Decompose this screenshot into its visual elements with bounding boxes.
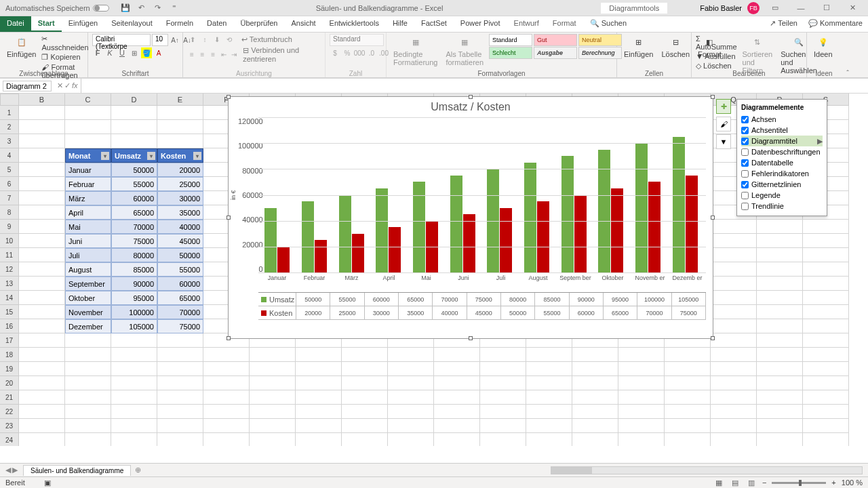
cell[interactable]: Dezember bbox=[65, 319, 111, 333]
cell[interactable] bbox=[803, 433, 849, 446]
cell[interactable] bbox=[65, 348, 111, 362]
cell[interactable] bbox=[757, 319, 803, 333]
row-header[interactable]: 23 bbox=[0, 419, 19, 433]
horizontal-scrollbar[interactable] bbox=[551, 466, 863, 474]
tab-file[interactable]: Datei bbox=[0, 16, 31, 32]
fill-color-button[interactable]: 🪣 bbox=[141, 47, 152, 58]
cell[interactable] bbox=[296, 405, 342, 419]
cell[interactable] bbox=[618, 419, 665, 433]
cell[interactable]: Monat bbox=[65, 148, 111, 163]
cell[interactable] bbox=[803, 319, 849, 333]
row-header[interactable]: 22 bbox=[0, 405, 19, 419]
cell[interactable] bbox=[388, 376, 434, 390]
cell[interactable] bbox=[803, 405, 849, 419]
cell[interactable] bbox=[711, 319, 757, 333]
bar[interactable] bbox=[561, 156, 574, 272]
cell[interactable] bbox=[803, 248, 849, 262]
cell[interactable]: 80000 bbox=[111, 248, 157, 262]
bar[interactable] bbox=[315, 240, 327, 272]
style-calc[interactable]: Berechnung bbox=[578, 47, 622, 59]
cell[interactable]: Umsatz bbox=[111, 148, 157, 163]
cell[interactable] bbox=[19, 433, 65, 446]
row-header[interactable]: 8 bbox=[0, 205, 19, 220]
cell[interactable]: 90000 bbox=[111, 277, 157, 291]
cell[interactable] bbox=[203, 362, 250, 376]
comments-button[interactable]: 💬 Kommentare bbox=[803, 16, 868, 32]
cell[interactable] bbox=[803, 305, 849, 319]
resize-handle-n[interactable] bbox=[469, 95, 473, 99]
cell[interactable] bbox=[526, 433, 572, 446]
resize-handle-s[interactable] bbox=[469, 336, 473, 340]
cell[interactable] bbox=[19, 106, 65, 120]
bar[interactable] bbox=[352, 234, 364, 272]
cell[interactable] bbox=[434, 419, 480, 433]
cell[interactable] bbox=[111, 433, 157, 446]
cell[interactable] bbox=[342, 348, 388, 362]
chart-filters-button[interactable]: ▼ bbox=[716, 134, 731, 149]
cell[interactable] bbox=[342, 376, 388, 390]
cell[interactable] bbox=[19, 120, 65, 134]
cell[interactable] bbox=[65, 405, 111, 419]
row-header[interactable]: 21 bbox=[0, 390, 19, 405]
cell[interactable] bbox=[19, 134, 65, 148]
cell[interactable] bbox=[434, 433, 480, 446]
cell[interactable]: 35000 bbox=[157, 205, 203, 220]
cell[interactable] bbox=[803, 333, 849, 348]
bar[interactable] bbox=[635, 143, 648, 272]
chart-styles-button[interactable]: 🖌 bbox=[716, 117, 731, 131]
tab-search[interactable]: 🔍 Suchen bbox=[583, 16, 633, 32]
paste-button[interactable]: 📋Einfügen bbox=[4, 34, 39, 60]
cell[interactable]: 75000 bbox=[157, 319, 203, 333]
cell[interactable] bbox=[296, 433, 342, 446]
bar[interactable] bbox=[376, 188, 388, 272]
share-button[interactable]: ↗ Teilen bbox=[764, 16, 803, 32]
cell[interactable]: August bbox=[65, 262, 111, 277]
cell[interactable]: Oktober bbox=[65, 291, 111, 305]
bar[interactable] bbox=[339, 195, 351, 273]
cell[interactable] bbox=[111, 362, 157, 376]
cell[interactable] bbox=[19, 277, 65, 291]
cell[interactable] bbox=[711, 405, 757, 419]
cell[interactable] bbox=[203, 405, 250, 419]
cell[interactable] bbox=[526, 419, 572, 433]
sheet-tab-active[interactable]: Säulen- und Balkendiagramme bbox=[23, 465, 131, 476]
cell[interactable]: Januar bbox=[65, 163, 111, 177]
cell[interactable] bbox=[342, 405, 388, 419]
cell[interactable] bbox=[711, 291, 757, 305]
cell[interactable]: 55000 bbox=[157, 262, 203, 277]
bold-button[interactable]: F bbox=[92, 47, 103, 58]
cell[interactable] bbox=[526, 390, 572, 405]
cell[interactable] bbox=[757, 234, 803, 248]
cell[interactable] bbox=[665, 419, 711, 433]
cell[interactable]: Mai bbox=[65, 220, 111, 234]
cell[interactable] bbox=[572, 433, 618, 446]
cell[interactable] bbox=[480, 376, 526, 390]
cell[interactable] bbox=[618, 390, 665, 405]
cell[interactable] bbox=[388, 362, 434, 376]
cell[interactable] bbox=[572, 348, 618, 362]
cell[interactable] bbox=[434, 390, 480, 405]
row-header[interactable]: 13 bbox=[0, 277, 19, 291]
cell[interactable]: 95000 bbox=[111, 291, 157, 305]
cell[interactable] bbox=[19, 390, 65, 405]
cell[interactable] bbox=[65, 333, 111, 348]
border-button[interactable]: ⊞ bbox=[129, 47, 140, 58]
cell[interactable]: Juli bbox=[65, 248, 111, 262]
tab-factset[interactable]: FactSet bbox=[414, 16, 454, 32]
font-color-button[interactable]: A bbox=[153, 47, 164, 58]
tab-pagelayout[interactable]: Seitenlayout bbox=[104, 16, 159, 32]
cell[interactable]: März bbox=[65, 191, 111, 205]
cell[interactable] bbox=[711, 362, 757, 376]
row-header[interactable]: 3 bbox=[0, 134, 19, 148]
cell[interactable] bbox=[757, 248, 803, 262]
bar[interactable] bbox=[598, 150, 610, 272]
bar[interactable] bbox=[463, 214, 475, 272]
cell[interactable] bbox=[388, 405, 434, 419]
cell[interactable] bbox=[757, 433, 803, 446]
cell[interactable] bbox=[526, 362, 572, 376]
cell[interactable] bbox=[19, 348, 65, 362]
cell[interactable] bbox=[757, 333, 803, 348]
chart-element-item[interactable]: Diagrammtitel▶ bbox=[741, 136, 823, 146]
cell[interactable]: 30000 bbox=[157, 191, 203, 205]
cell[interactable] bbox=[111, 390, 157, 405]
